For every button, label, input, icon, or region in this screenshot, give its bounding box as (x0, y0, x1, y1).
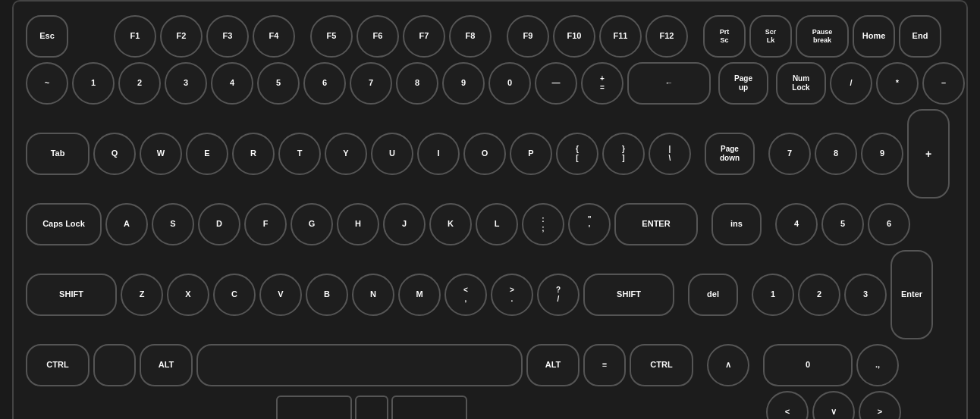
key-w[interactable]: W (140, 133, 182, 175)
key-pause[interactable]: Pause break (796, 15, 849, 58)
key-minus[interactable]: — (535, 62, 577, 105)
key-r[interactable]: R (232, 133, 275, 175)
key-slash[interactable]: ? / (537, 274, 580, 316)
key-equal[interactable]: + = (581, 62, 623, 105)
key-arrow-right[interactable]: > (859, 391, 901, 419)
key-ctrl-left[interactable]: CTRL (26, 344, 90, 386)
key-prtsc[interactable]: Prt Sc (703, 15, 746, 58)
key-numdec[interactable]: ., (856, 344, 899, 386)
key-quote[interactable]: " ' (568, 203, 611, 245)
key-num8[interactable]: 8 (815, 133, 857, 175)
key-arrow-left[interactable]: < (766, 391, 809, 419)
key-semicolon[interactable]: : ; (522, 203, 564, 245)
key-l[interactable]: L (476, 203, 518, 245)
key-shift-right[interactable]: SHIFT (583, 274, 674, 316)
key-scrlk[interactable]: Scr Lk (749, 15, 792, 58)
key-f7[interactable]: F7 (403, 15, 445, 58)
key-menu[interactable]: ≡ (583, 344, 626, 386)
key-shift-left[interactable]: SHIFT (26, 274, 117, 316)
key-backspace[interactable]: ← (627, 62, 711, 105)
key-n[interactable]: N (352, 274, 394, 316)
key-4[interactable]: 4 (211, 62, 253, 105)
key-f9[interactable]: F9 (507, 15, 549, 58)
key-y[interactable]: Y (325, 133, 367, 175)
key-f5[interactable]: F5 (310, 15, 353, 58)
key-nummul[interactable]: * (876, 62, 919, 105)
key-num4[interactable]: 4 (775, 203, 818, 245)
key-9[interactable]: 9 (442, 62, 485, 105)
key-win-left[interactable] (93, 344, 136, 386)
key-d[interactable]: D (198, 203, 240, 245)
key-b[interactable]: B (306, 274, 348, 316)
touchpad-right-button[interactable] (391, 396, 467, 419)
key-c[interactable]: C (213, 274, 256, 316)
key-period[interactable]: > . (491, 274, 533, 316)
key-comma[interactable]: < , (444, 274, 487, 316)
key-ctrl-right[interactable]: CTRL (630, 344, 693, 386)
key-f8[interactable]: F8 (449, 15, 492, 58)
key-s[interactable]: S (152, 203, 194, 245)
touchpad-left-button[interactable] (276, 396, 352, 419)
key-del[interactable]: del (688, 274, 738, 316)
key-end[interactable]: End (899, 15, 941, 58)
key-numdiv[interactable]: / (830, 62, 872, 105)
key-0[interactable]: 0 (488, 62, 531, 105)
key-6[interactable]: 6 (303, 62, 346, 105)
key-1[interactable]: 1 (72, 62, 115, 105)
key-u[interactable]: U (371, 133, 413, 175)
key-caret[interactable]: ∧ (707, 344, 749, 386)
key-numenter[interactable]: Enter (890, 250, 933, 339)
key-capslock[interactable]: Caps Lock (26, 203, 102, 245)
key-5[interactable]: 5 (257, 62, 300, 105)
key-lbrace[interactable]: { [ (556, 133, 598, 175)
key-f12[interactable]: F12 (645, 15, 688, 58)
key-e[interactable]: E (186, 133, 228, 175)
key-esc[interactable]: Esc (26, 15, 68, 58)
key-alt-right[interactable]: ALT (526, 344, 580, 386)
key-q[interactable]: Q (93, 133, 136, 175)
key-num2[interactable]: 2 (798, 274, 840, 316)
key-tab[interactable]: Tab (26, 133, 90, 175)
key-f[interactable]: F (244, 203, 287, 245)
key-f11[interactable]: F11 (599, 15, 642, 58)
key-f6[interactable]: F6 (357, 15, 399, 58)
key-home[interactable]: Home (853, 15, 895, 58)
key-m[interactable]: M (398, 274, 441, 316)
key-pagedown[interactable]: Page down (705, 133, 755, 175)
key-z[interactable]: Z (121, 274, 163, 316)
key-t[interactable]: T (278, 133, 321, 175)
key-v[interactable]: V (259, 274, 302, 316)
key-num3[interactable]: 3 (844, 274, 887, 316)
key-ins[interactable]: ins (711, 203, 762, 245)
key-k[interactable]: K (429, 203, 472, 245)
key-tilde[interactable]: ~ (26, 62, 68, 105)
key-f4[interactable]: F4 (253, 15, 295, 58)
key-num6[interactable]: 6 (868, 203, 910, 245)
key-h[interactable]: H (337, 203, 379, 245)
key-f1[interactable]: F1 (114, 15, 156, 58)
key-f10[interactable]: F10 (553, 15, 595, 58)
key-f3[interactable]: F3 (206, 15, 249, 58)
key-num9[interactable]: 9 (861, 133, 903, 175)
key-pageup[interactable]: Page up (718, 62, 768, 105)
key-numsub[interactable]: – (922, 62, 965, 105)
key-7[interactable]: 7 (350, 62, 392, 105)
key-num5[interactable]: 5 (821, 203, 864, 245)
key-o[interactable]: O (463, 133, 506, 175)
key-i[interactable]: I (417, 133, 460, 175)
key-num0[interactable]: 0 (763, 344, 853, 386)
key-pipe[interactable]: | \ (649, 133, 691, 175)
key-alt-left[interactable]: ALT (140, 344, 193, 386)
key-2[interactable]: 2 (118, 62, 161, 105)
key-rbrace[interactable]: } ] (602, 133, 645, 175)
key-enter[interactable]: ENTER (614, 203, 698, 245)
key-arrow-down[interactable]: ∨ (812, 391, 855, 419)
key-num1[interactable]: 1 (752, 274, 794, 316)
key-numplus[interactable]: + (907, 109, 950, 199)
key-j[interactable]: J (383, 203, 426, 245)
key-8[interactable]: 8 (396, 62, 438, 105)
key-g[interactable]: G (291, 203, 333, 245)
key-a[interactable]: A (105, 203, 148, 245)
key-p[interactable]: P (510, 133, 552, 175)
key-x[interactable]: X (167, 274, 209, 316)
